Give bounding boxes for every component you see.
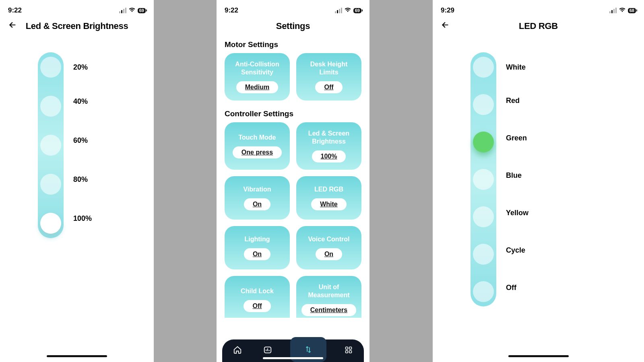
rgb-label: Yellow: [506, 194, 528, 232]
battery-icon: 69: [353, 8, 361, 13]
card-anti-collision[interactable]: Anti-Collistion Sensitivity Medium: [225, 53, 290, 101]
card-value-button[interactable]: On: [316, 248, 342, 260]
card-led-rgb[interactable]: LED RGB White: [296, 176, 361, 220]
rgb-label: Red: [506, 82, 528, 119]
screenshot-brightness: 9:22 69 Led & Screen Brightness 20% 40% …: [0, 0, 154, 362]
screenshot-settings: 9:22 69 Settings Motor Settings Anti-Col…: [217, 0, 369, 362]
rgb-option-cycle[interactable]: [473, 244, 494, 265]
brightness-option-60[interactable]: [40, 135, 61, 156]
card-value-button[interactable]: Off: [315, 81, 342, 93]
brightness-option-80[interactable]: [40, 174, 61, 195]
rgb-option-white[interactable]: [473, 57, 494, 78]
page-header: LED RGB: [433, 18, 644, 38]
brightness-label: 20%: [73, 52, 92, 82]
wifi-icon: [345, 7, 351, 14]
tab-apps[interactable]: [341, 346, 357, 356]
svg-rect-4: [349, 350, 352, 353]
svg-rect-1: [346, 347, 348, 349]
section-controller-title: Controller Settings: [217, 107, 369, 122]
card-title: Touch Mode: [238, 134, 276, 142]
card-vibration[interactable]: Vibration On: [225, 176, 290, 220]
brightness-label: 40%: [73, 82, 92, 121]
status-bar: 9:22 69: [0, 0, 154, 18]
brightness-label: 100%: [73, 199, 92, 238]
brightness-option-100[interactable]: [40, 213, 61, 234]
svg-rect-2: [349, 347, 352, 349]
card-value-button[interactable]: On: [244, 248, 270, 260]
page-header: Led & Screen Brightness: [0, 18, 154, 38]
card-unit-of-measurement[interactable]: Unit of Measurement Centimeters: [296, 276, 361, 318]
card-title: Anti-Collistion Sensitivity: [229, 60, 286, 76]
page-header: Settings: [217, 18, 369, 38]
card-value-button[interactable]: One press: [233, 146, 282, 158]
brightness-label: 80%: [73, 160, 92, 199]
card-title: Led & Screen Brightness: [300, 130, 357, 146]
cellular-icon: [335, 8, 342, 13]
tab-stats[interactable]: [260, 346, 276, 356]
page-title: Led & Screen Brightness: [26, 21, 128, 31]
status-bar: 9:22 69: [217, 0, 369, 18]
option-track: [471, 52, 496, 306]
tab-home[interactable]: [229, 346, 246, 356]
battery-icon: 69: [138, 8, 146, 13]
card-title: Child Lock: [241, 287, 274, 295]
card-desk-height-limits[interactable]: Desk Height Limits Off: [296, 53, 361, 101]
option-track: [38, 52, 64, 238]
rgb-option-green[interactable]: [473, 132, 494, 152]
rgb-options: White Red Green Blue Yellow Cycle Off: [433, 52, 644, 306]
brightness-options: 20% 40% 60% 80% 100%: [0, 52, 154, 238]
controller-settings-grid: Touch Mode One press Led & Screen Bright…: [217, 122, 369, 324]
card-value-button[interactable]: 100%: [312, 150, 346, 162]
rgb-option-yellow[interactable]: [473, 206, 494, 227]
card-value-button[interactable]: Medium: [236, 81, 278, 93]
card-lighting[interactable]: Lighting On: [225, 226, 290, 269]
brightness-option-20[interactable]: [40, 57, 61, 78]
cellular-icon: [119, 8, 126, 13]
rgb-label: Blue: [506, 157, 528, 194]
clock: 9:22: [225, 6, 238, 14]
card-title: Unit of Measurement: [300, 283, 357, 299]
clock: 9:29: [441, 6, 454, 14]
rgb-label: White: [506, 52, 528, 82]
home-indicator[interactable]: [263, 357, 323, 359]
card-value-button[interactable]: White: [311, 198, 347, 210]
card-title: LED RGB: [314, 185, 343, 193]
brightness-label: 60%: [73, 121, 92, 160]
motor-settings-grid: Anti-Collistion Sensitivity Medium Desk …: [217, 53, 369, 107]
card-value-button[interactable]: On: [244, 198, 270, 210]
cellular-icon: [609, 8, 617, 13]
svg-rect-3: [346, 350, 348, 353]
clock: 9:22: [8, 6, 22, 14]
rgb-option-red[interactable]: [473, 94, 494, 115]
card-brightness[interactable]: Led & Screen Brightness 100%: [296, 122, 361, 170]
bottom-tab-bar: [222, 339, 364, 362]
card-child-lock[interactable]: Child Lock Off: [225, 276, 290, 318]
rgb-label: Green: [506, 119, 528, 157]
page-title: Settings: [276, 21, 310, 31]
home-indicator[interactable]: [47, 355, 107, 357]
rgb-label: Cycle: [506, 232, 528, 269]
card-value-button[interactable]: Centimeters: [301, 304, 356, 316]
card-title: Lighting: [244, 235, 270, 243]
battery-icon: 68: [628, 8, 636, 13]
card-title: Desk Height Limits: [300, 60, 357, 76]
wifi-icon: [129, 7, 135, 14]
card-voice-control[interactable]: Voice Control On: [296, 226, 361, 269]
brightness-option-40[interactable]: [40, 96, 61, 117]
rgb-option-off[interactable]: [473, 281, 494, 302]
home-indicator[interactable]: [508, 355, 569, 357]
back-arrow-icon[interactable]: [441, 21, 450, 32]
card-title: Vibration: [243, 185, 271, 193]
card-title: Voice Control: [308, 235, 350, 243]
screenshot-led-rgb: 9:29 68 LED RGB White Red Green: [433, 0, 644, 362]
status-bar: 9:29 68: [433, 0, 644, 18]
wifi-icon: [619, 7, 625, 14]
card-touch-mode[interactable]: Touch Mode One press: [225, 122, 290, 170]
section-motor-title: Motor Settings: [217, 38, 369, 53]
page-title: LED RGB: [519, 21, 558, 31]
back-arrow-icon[interactable]: [8, 21, 17, 32]
card-value-button[interactable]: Off: [244, 300, 270, 312]
rgb-option-blue[interactable]: [473, 169, 494, 190]
rgb-label: Off: [506, 269, 528, 306]
